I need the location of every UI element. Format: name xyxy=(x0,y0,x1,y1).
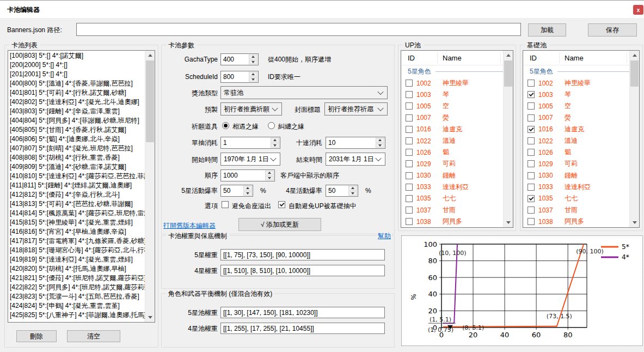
list-item[interactable]: [407|807] 5*:[刻晴] 4*:[凝光,班尼特,芭芭拉] xyxy=(8,144,145,153)
up-pool-listbox[interactable]: ID Name 5星角色 1002神里綾華1003琴1005空1007熒1016… xyxy=(401,50,513,228)
list-item[interactable]: [418|818] 5*:[珊瑚宮心海] 4*:[蘿莎莉亞,北斗,行秋] xyxy=(8,246,145,255)
spinner-arrows[interactable] xyxy=(243,185,253,196)
spinner-arrows[interactable] xyxy=(248,71,258,82)
delete-button[interactable]: 刪除 xyxy=(16,330,57,342)
option-avoid-constellation-overflow-checkbox[interactable] xyxy=(222,201,229,208)
character-row[interactable]: 1003琴 xyxy=(401,89,504,100)
character-checkbox[interactable] xyxy=(528,184,535,191)
character-row[interactable]: 1016迪盧克 xyxy=(401,124,504,135)
weight5-input[interactable] xyxy=(220,249,385,260)
character-checkbox[interactable] xyxy=(528,195,535,202)
character-row[interactable]: 1030鍾離 xyxy=(401,170,504,181)
list-item[interactable]: [402|802] 5*:[達達利亞] 4*:[凝光,北斗,迪奧娜] xyxy=(8,98,145,107)
character-checkbox[interactable] xyxy=(528,218,535,225)
list-item[interactable]: [424|824] 5*:[申鶴] 4*:[凝光,重雲,雲堇] xyxy=(8,301,145,311)
list-item[interactable]: [413|813] 5*:[可莉] 4*:[芭芭拉,砂糖,菲謝爾] xyxy=(8,199,145,209)
character-checkbox[interactable] xyxy=(406,114,413,122)
character-row[interactable]: 1033達達利亞 xyxy=(523,181,630,193)
option-auto-avoid-up-checkbox[interactable] xyxy=(278,201,285,208)
wish-radio-intertwined[interactable] xyxy=(268,122,275,129)
character-row[interactable]: 1002神里綾華 xyxy=(401,77,504,89)
open-old-editor-link[interactable]: 打開舊版本編輯器 xyxy=(163,221,216,230)
list-item[interactable]: [410|810] 5*:[達達利亞] 4*:[蘿莎莉亞,芭芭拉,菲謝爾] xyxy=(8,172,145,181)
spin-down-icon[interactable] xyxy=(249,77,257,82)
character-row[interactable]: 1005空 xyxy=(401,100,504,112)
character-checkbox[interactable] xyxy=(406,80,413,87)
spinner-arrows[interactable] xyxy=(348,185,358,196)
list-item[interactable]: [421|821] 5*:[優菈] 4*:[班尼特,諾艾爾,蘿莎莉亞] xyxy=(8,274,145,283)
scroll-down-icon[interactable] xyxy=(504,218,513,227)
character-checkbox[interactable] xyxy=(406,172,413,179)
list-item[interactable]: [417|817] 5*:[雷電將軍] 4*:[九條裟羅,香菱,砂糖] xyxy=(8,236,145,246)
list-item[interactable]: [409|809] 5*:[溫迪] 4*:[砂糖,雷澤,諾艾爾] xyxy=(8,162,145,172)
pool-listbox[interactable]: [100|803] 5*:[] 4*:[諾艾爾][200|2000] 5*:[]… xyxy=(8,50,155,323)
character-row[interactable]: 1026魈 xyxy=(523,147,630,158)
spin-down-icon[interactable] xyxy=(348,191,357,196)
close-button[interactable]: x xyxy=(633,5,643,15)
pool-weight5-input[interactable] xyxy=(220,307,385,318)
save-button[interactable]: 保存 xyxy=(588,23,637,37)
rate5-spinner[interactable]: 50 xyxy=(220,185,253,197)
character-checkbox[interactable] xyxy=(528,149,535,156)
list-item[interactable]: [400|800] 5*:[溫迪] 4*:[香菱,菲謝爾,芭芭拉] xyxy=(8,79,145,88)
scroll-up-icon[interactable] xyxy=(504,51,513,60)
list-item[interactable]: [420|820] 5*:[胡桃] 4*:[托馬,迪奧娜,早柚] xyxy=(8,264,145,274)
order-spinner[interactable]: 1000 xyxy=(220,169,275,181)
end-time-picker[interactable]: 2031年 1月 1日 xyxy=(326,153,385,166)
list-item[interactable]: [404|804] 5*:[阿貝多] 4*:[菲謝爾,砂糖,班尼特] xyxy=(8,116,145,125)
character-checkbox[interactable] xyxy=(406,137,413,144)
character-row[interactable]: 1033達達利亞 xyxy=(401,181,504,193)
gacha-type-spinner[interactable]: 400 xyxy=(220,53,259,65)
character-checkbox[interactable] xyxy=(406,184,413,191)
schedule-id-spinner[interactable]: 800 xyxy=(220,71,259,83)
character-checkbox[interactable] xyxy=(528,114,535,122)
cover-title-select[interactable]: 初行者推荐祈愿 xyxy=(324,102,388,116)
character-row[interactable]: 1035七七 xyxy=(523,193,630,204)
path-input[interactable] xyxy=(76,23,521,36)
spinner-arrows[interactable] xyxy=(265,170,274,181)
spin-up-icon[interactable] xyxy=(249,54,257,59)
character-row[interactable]: 1016迪盧克 xyxy=(523,124,630,135)
character-row[interactable]: 1005空 xyxy=(523,100,630,112)
character-row[interactable]: 1007熒 xyxy=(523,112,630,124)
spinner-arrows[interactable] xyxy=(248,54,258,65)
character-row[interactable]: 1026魈 xyxy=(401,147,504,158)
character-row[interactable]: 1037甘雨 xyxy=(523,204,630,216)
scroll-thumb[interactable] xyxy=(504,60,512,87)
pool-weight4-input[interactable] xyxy=(220,323,385,334)
list-item[interactable]: [403|803] 5*:[鍾離] 4*:[辛焱,雷澤,重雲] xyxy=(8,107,145,116)
character-checkbox[interactable] xyxy=(528,207,535,214)
list-item[interactable]: [425|825] 5*:[八重神子] 4*:[菲謝爾,迪奧娜,托馬] xyxy=(8,311,145,320)
character-row[interactable]: 1002神里綾華 xyxy=(523,77,630,89)
scroll-down-icon[interactable] xyxy=(630,218,639,227)
base-pool-listbox[interactable]: ID Name 5星角色 1002神里綾華1003琴1005空1007熒1016… xyxy=(523,50,640,228)
character-checkbox[interactable] xyxy=(406,218,413,225)
add-or-update-button[interactable]: √ 添加或更新 xyxy=(238,218,321,231)
character-checkbox[interactable] xyxy=(528,91,535,98)
character-row[interactable]: 1030鍾離 xyxy=(523,170,630,181)
character-checkbox[interactable] xyxy=(528,172,535,179)
list-item[interactable]: [406|806] 5*:[魈] 4*:[迪奧娜,北斗,辛焱] xyxy=(8,135,145,144)
character-row[interactable]: 1029可莉 xyxy=(401,158,504,169)
list-item[interactable]: [423|823] 5*:[荒瀧一斗] 4*:[五郎,芭芭拉,香菱] xyxy=(8,292,145,301)
list-item[interactable]: [419|819] 5*:[達達利亞] 4*:[凝光,重雲,煙緋] xyxy=(8,255,145,264)
list-item[interactable]: [416|816] 5*:[宵宮] 4*:[早柚,迪奧娜,辛焱] xyxy=(8,227,145,236)
spin-up-icon[interactable] xyxy=(376,138,384,143)
list-item[interactable]: [414|814] 5*:[楓原萬葉] 4*:[蘿莎莉亞,班尼特,雷澤] xyxy=(8,209,145,218)
clear-button[interactable]: 清空 xyxy=(67,330,120,342)
scroll-up-icon[interactable] xyxy=(630,51,639,60)
character-checkbox[interactable] xyxy=(406,126,413,133)
character-row[interactable]: 1038阿貝多 xyxy=(401,216,504,227)
character-checkbox[interactable] xyxy=(406,102,413,110)
list-item[interactable]: [415|815] 5*:[神里綾華] 4*:[凝光,重雲,煙緋] xyxy=(8,218,145,227)
character-row[interactable]: 1035七七 xyxy=(401,193,504,204)
ten-cost-spinner[interactable]: 10 xyxy=(326,137,385,149)
character-row[interactable]: 1022溫迪 xyxy=(523,135,630,147)
list-item[interactable]: [100|803] 5*:[] 4*:[諾艾爾] xyxy=(8,51,145,60)
character-checkbox[interactable] xyxy=(528,102,535,110)
list-item[interactable]: [408|808] 5*:[胡桃] 4*:[行秋,重雲,香菱] xyxy=(8,153,145,162)
spin-up-icon[interactable] xyxy=(243,186,252,191)
character-row[interactable]: 1007熒 xyxy=(401,112,504,124)
list-item[interactable]: [401|801] 5*:[可莉] 4*:[行秋,諾艾爾,砂糖] xyxy=(8,88,145,98)
list-item[interactable]: [411|811] 5*:[鍾離] 4*:[煙緋,諾艾爾,迪奧娜] xyxy=(8,181,145,190)
